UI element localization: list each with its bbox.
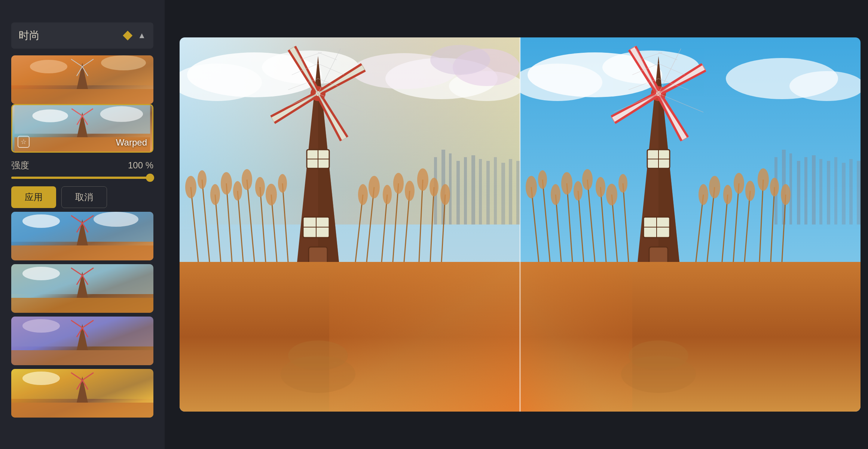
svg-rect-70 — [494, 157, 497, 224]
svg-point-237 — [745, 181, 755, 201]
intensity-slider-thumb[interactable] — [146, 174, 154, 182]
svg-rect-162 — [819, 159, 822, 224]
svg-rect-65 — [456, 161, 460, 224]
svg-point-45 — [22, 372, 60, 385]
svg-point-239 — [770, 178, 779, 196]
svg-rect-66 — [464, 157, 467, 224]
svg-point-224 — [526, 176, 537, 198]
svg-point-141 — [383, 185, 392, 204]
svg-rect-165 — [842, 163, 846, 224]
svg-point-2 — [101, 55, 146, 70]
svg-point-139 — [358, 184, 368, 205]
svg-rect-72 — [509, 159, 512, 224]
svg-point-142 — [393, 173, 404, 194]
svg-rect-27 — [11, 245, 153, 260]
svg-point-238 — [758, 168, 769, 191]
svg-point-132 — [210, 184, 220, 205]
chevron-up-icon[interactable]: ▲ — [138, 31, 146, 40]
svg-point-230 — [596, 177, 605, 197]
svg-point-130 — [185, 176, 196, 198]
svg-point-61 — [430, 45, 490, 75]
svg-point-21 — [94, 212, 138, 227]
svg-rect-158 — [789, 153, 792, 224]
svg-point-140 — [369, 176, 380, 198]
svg-point-134 — [233, 181, 242, 201]
svg-rect-69 — [486, 161, 490, 224]
svg-rect-51 — [11, 403, 153, 418]
apply-button[interactable]: 应用 — [11, 186, 56, 208]
svg-rect-35 — [11, 298, 153, 313]
svg-point-146 — [440, 184, 450, 205]
svg-point-29 — [22, 267, 60, 280]
svg-point-37 — [22, 319, 60, 333]
category-header-icons: ▲ — [123, 31, 146, 40]
image-compare-container[interactable] — [180, 37, 861, 412]
svg-point-234 — [709, 176, 720, 198]
action-buttons: 应用 取消 — [11, 186, 153, 208]
filter-item-3[interactable] — [11, 212, 153, 260]
cancel-button[interactable]: 取消 — [61, 186, 107, 208]
svg-point-135 — [242, 169, 252, 190]
filter-item-2[interactable]: ☆ Warped — [11, 104, 153, 153]
svg-rect-67 — [471, 155, 475, 224]
filter-item-5[interactable] — [11, 317, 153, 365]
svg-point-145 — [430, 178, 438, 196]
svg-point-236 — [734, 173, 744, 194]
intensity-label: 强度 — [11, 159, 29, 171]
svg-rect-160 — [804, 157, 807, 224]
svg-rect-8 — [11, 89, 153, 104]
svg-point-143 — [405, 181, 415, 201]
svg-point-240 — [781, 184, 791, 205]
favorite-icon[interactable]: ☆ — [18, 136, 30, 148]
svg-point-136 — [255, 177, 265, 197]
svg-rect-163 — [827, 161, 830, 224]
filter-label: Warped — [116, 137, 147, 148]
svg-point-1 — [30, 60, 67, 73]
svg-point-233 — [699, 184, 708, 205]
svg-point-232 — [618, 174, 627, 193]
filter-item-1[interactable] — [11, 55, 153, 104]
svg-rect-164 — [834, 157, 837, 224]
svg-point-235 — [723, 185, 732, 204]
svg-point-225 — [538, 170, 547, 189]
svg-point-231 — [606, 184, 617, 205]
svg-rect-68 — [479, 159, 482, 224]
svg-point-149 — [281, 355, 355, 393]
svg-point-20 — [22, 214, 60, 228]
svg-point-12 — [100, 106, 143, 122]
main-content — [165, 0, 868, 449]
diamond-icon — [123, 31, 132, 40]
svg-rect-159 — [797, 161, 800, 224]
filter-item-6[interactable] — [11, 369, 153, 418]
svg-rect-161 — [812, 155, 816, 224]
svg-rect-147 — [329, 262, 520, 412]
image-left-half — [180, 37, 520, 412]
svg-point-144 — [417, 168, 428, 191]
svg-point-228 — [574, 181, 583, 201]
svg-point-131 — [198, 170, 207, 189]
filter-list-bottom — [11, 212, 153, 418]
svg-point-227 — [561, 172, 572, 195]
svg-point-243 — [621, 355, 696, 393]
image-right-half — [520, 37, 861, 412]
svg-point-133 — [221, 172, 232, 195]
intensity-header: 强度 100 % — [11, 159, 153, 171]
intensity-slider-track[interactable] — [11, 177, 153, 179]
category-title: 时尚 — [19, 28, 40, 43]
svg-rect-71 — [501, 163, 505, 224]
svg-point-137 — [266, 184, 277, 205]
intensity-value: 100 % — [128, 160, 153, 171]
svg-rect-43 — [11, 350, 153, 365]
svg-point-138 — [278, 174, 287, 193]
compare-divider[interactable] — [520, 37, 521, 412]
svg-point-226 — [551, 184, 560, 205]
category-header: 时尚 ▲ — [11, 22, 153, 49]
intensity-slider-fill — [11, 177, 153, 179]
left-panel: 时尚 ▲ — [0, 0, 165, 449]
svg-point-11 — [32, 109, 68, 122]
filter-item-4[interactable] — [11, 264, 153, 313]
svg-rect-167 — [857, 161, 861, 224]
svg-rect-241 — [520, 262, 632, 412]
svg-rect-166 — [849, 159, 853, 224]
intensity-section: 强度 100 % 应用 取消 — [11, 153, 153, 212]
